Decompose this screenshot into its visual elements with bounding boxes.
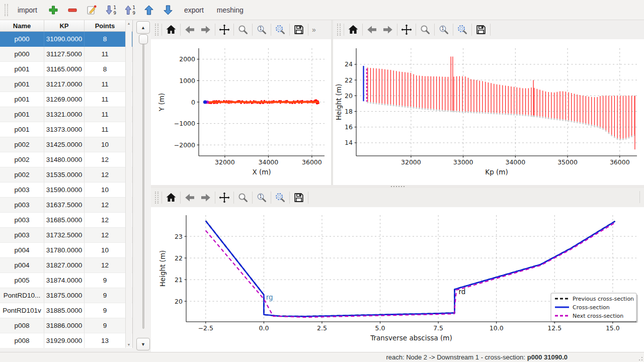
table-row[interactable]: p00131269.000011 (0, 92, 132, 107)
table-scrollbar[interactable]: ▲ ▼ (125, 20, 132, 347)
table-row[interactable]: p00131165.00008 (0, 62, 132, 77)
toolbar-drag-handle[interactable] (337, 24, 341, 36)
home-button[interactable] (163, 22, 179, 38)
home-button[interactable] (345, 22, 361, 38)
svg-text:1: 1 (259, 194, 262, 199)
back-button[interactable] (182, 190, 198, 206)
toolbar-drag-handle[interactable] (5, 4, 8, 16)
table-row[interactable]: p00231480.000012 (0, 152, 132, 167)
cross-sections-panel: NameKPPoints p00031090.00008p00031127.50… (0, 20, 151, 352)
cross-sections-table[interactable]: NameKPPoints p00031090.00008p00031127.50… (0, 20, 133, 348)
table-row[interactable]: p00031090.00008 (0, 32, 132, 47)
export-button[interactable]: export (179, 4, 209, 17)
table-row[interactable]: p00331590.000010 (0, 183, 132, 198)
table-row[interactable]: p00431780.000010 (0, 243, 132, 258)
zoom-button[interactable] (235, 22, 251, 38)
home-icon (165, 192, 177, 204)
cell-points: 13 (85, 333, 126, 348)
table-row[interactable]: p00331732.500012 (0, 228, 132, 243)
zoom-1-button[interactable]: 1 (254, 190, 270, 206)
cell-kp: 31637.5000 (44, 198, 85, 212)
table-row[interactable]: PontRD10...31875.00009 (0, 288, 132, 303)
profile-toolbar: 1 (333, 20, 644, 39)
cell-name: p001 (0, 62, 44, 76)
table-row[interactable]: p00331637.500012 (0, 198, 132, 213)
svg-text:Kp (m): Kp (m) (485, 168, 508, 176)
toolbar-separator (162, 24, 162, 36)
section-slider-handle[interactable] (139, 34, 148, 44)
table-row[interactable]: p00531874.00009 (0, 273, 132, 288)
zoom-fit-button[interactable] (272, 22, 288, 38)
table-row[interactable]: p00431827.000012 (0, 258, 132, 273)
svg-text:1: 1 (113, 5, 116, 10)
table-row[interactable]: p00131217.000011 (0, 77, 132, 92)
back-button[interactable] (364, 22, 380, 38)
zoom-1-icon: 1 (438, 24, 450, 36)
section-slider-groove[interactable] (142, 37, 144, 329)
cross-section-plot[interactable]: rgrd−2.50.02.55.07.510.012.515.020212223… (151, 207, 644, 352)
svg-text:32000: 32000 (401, 158, 421, 166)
pan-button[interactable] (216, 190, 232, 206)
toolbar-drag-handle[interactable] (155, 192, 158, 204)
table-row[interactable]: p00831886.00009 (0, 318, 132, 333)
forward-button[interactable] (198, 190, 214, 206)
add-button[interactable] (45, 3, 62, 18)
longitudinal-profile-plot[interactable]: 3200033000340003500036000141618202224Kp … (333, 39, 644, 185)
meshing-button[interactable]: meshing (211, 4, 249, 17)
zoom-button[interactable] (235, 190, 251, 206)
cell-points: 8 (85, 62, 126, 76)
move-down-button[interactable] (159, 3, 177, 18)
table-row[interactable]: p00031127.500011 (0, 47, 132, 62)
remove-button[interactable] (64, 3, 81, 18)
table-row[interactable]: p00331685.000012 (0, 213, 132, 228)
edit-button[interactable] (83, 3, 100, 18)
column-header-points[interactable]: Points (85, 20, 126, 31)
move-up-button[interactable] (140, 3, 157, 18)
table-row[interactable]: p00131373.000011 (0, 122, 132, 137)
cell-kp: 31590.0000 (44, 183, 85, 197)
next-section-button[interactable]: ▼ (136, 338, 150, 350)
cell-name: p003 (0, 213, 44, 227)
back-button[interactable] (182, 22, 198, 38)
forward-button[interactable] (198, 22, 214, 38)
table-row[interactable]: p00231535.000012 (0, 167, 132, 183)
zoom-1-button[interactable]: 1 (254, 22, 270, 38)
scroll-down-icon[interactable]: ▼ (126, 341, 132, 347)
save-button[interactable] (291, 190, 307, 206)
scroll-up-icon[interactable]: ▲ (126, 20, 132, 26)
home-icon (347, 24, 359, 36)
forward-button[interactable] (380, 22, 396, 38)
import-button[interactable]: import (12, 4, 43, 17)
column-header-name[interactable]: Name (0, 20, 44, 31)
zoom-1-button[interactable]: 1 (436, 22, 452, 38)
zoom-fit-icon (274, 24, 286, 36)
pan-button[interactable] (216, 22, 232, 38)
table-row[interactable]: p00831929.000013 (0, 333, 132, 348)
home-button[interactable] (163, 190, 179, 206)
sort-ascending-icon: 19 (124, 4, 136, 16)
svg-text:14: 14 (345, 139, 353, 146)
plan-view-plot[interactable]: 320003400036000−2000−1000010002000X (m)Y… (151, 39, 331, 185)
zoom-fit-button[interactable] (272, 190, 288, 206)
save-button[interactable] (291, 22, 307, 38)
zoom-fit-button[interactable] (454, 22, 470, 38)
cell-kp: 31874.0000 (44, 273, 85, 288)
window-resize-grip[interactable] (636, 354, 642, 360)
toolbar-drag-handle[interactable] (155, 24, 158, 36)
pan-icon (400, 24, 413, 36)
table-row[interactable]: p00131321.000011 (0, 107, 132, 122)
pan-button[interactable] (398, 22, 415, 38)
table-row[interactable]: PontRD101v31885.00009 (0, 303, 132, 318)
save-button[interactable] (473, 22, 489, 38)
svg-text:20: 20 (175, 298, 183, 305)
table-row[interactable]: p00231425.000010 (0, 137, 132, 152)
zoom-button[interactable] (417, 22, 433, 38)
toolbar-separator (252, 24, 253, 36)
sort-ascending-button[interactable]: 19 (121, 3, 138, 18)
save-icon (293, 192, 305, 204)
toolbar-overflow-button[interactable]: » (309, 26, 318, 34)
cell-name: p004 (0, 243, 44, 257)
sort-descending-button[interactable]: 19 (102, 3, 119, 18)
column-header-kp[interactable]: KP (44, 20, 85, 31)
previous-section-button[interactable]: ▲ (136, 21, 150, 34)
